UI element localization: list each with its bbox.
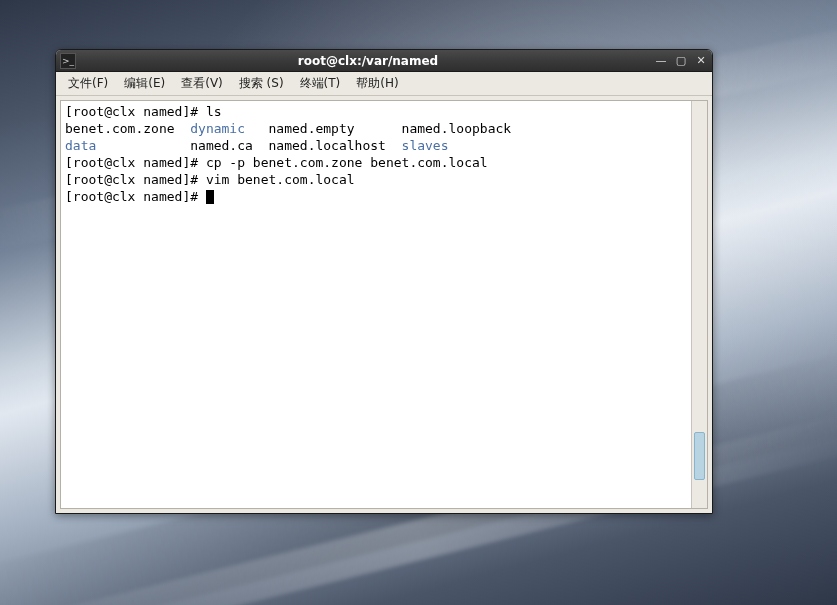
command-text: cp -p benet.com.zone benet.com.local bbox=[206, 155, 488, 170]
command-text: vim benet.com.local bbox=[206, 172, 355, 187]
ls-output: named.ca named.localhost bbox=[96, 138, 401, 153]
window-controls: — ▢ ✕ bbox=[654, 54, 708, 68]
window-title: root@clx:/var/named bbox=[82, 54, 654, 68]
minimize-button[interactable]: — bbox=[654, 54, 668, 68]
menubar: 文件(F) 编辑(E) 查看(V) 搜索 (S) 终端(T) 帮助(H) bbox=[56, 72, 712, 96]
ls-dir: slaves bbox=[402, 138, 449, 153]
terminal-window: >_ root@clx:/var/named — ▢ ✕ 文件(F) 编辑(E)… bbox=[55, 49, 713, 514]
prompt: [root@clx named]# bbox=[65, 189, 206, 204]
scrollbar[interactable] bbox=[691, 101, 707, 508]
terminal-output[interactable]: [root@clx named]# ls benet.com.zone dyna… bbox=[61, 101, 691, 508]
ls-dir: data bbox=[65, 138, 96, 153]
menu-edit[interactable]: 编辑(E) bbox=[118, 73, 171, 94]
maximize-button[interactable]: ▢ bbox=[674, 54, 688, 68]
menu-help[interactable]: 帮助(H) bbox=[350, 73, 404, 94]
terminal-container: [root@clx named]# ls benet.com.zone dyna… bbox=[60, 100, 708, 509]
menu-terminal[interactable]: 终端(T) bbox=[294, 73, 347, 94]
command-text: ls bbox=[206, 104, 222, 119]
scrollbar-thumb[interactable] bbox=[694, 432, 705, 480]
titlebar[interactable]: >_ root@clx:/var/named — ▢ ✕ bbox=[56, 50, 712, 72]
menu-file[interactable]: 文件(F) bbox=[62, 73, 114, 94]
ls-dir: dynamic bbox=[190, 121, 245, 136]
cursor bbox=[206, 190, 214, 204]
ls-output: benet.com.zone bbox=[65, 121, 190, 136]
prompt: [root@clx named]# bbox=[65, 104, 206, 119]
close-button[interactable]: ✕ bbox=[694, 54, 708, 68]
prompt: [root@clx named]# bbox=[65, 172, 206, 187]
app-icon: >_ bbox=[60, 53, 76, 69]
menu-view[interactable]: 查看(V) bbox=[175, 73, 229, 94]
ls-output: named.empty named.loopback bbox=[245, 121, 511, 136]
prompt: [root@clx named]# bbox=[65, 155, 206, 170]
menu-search[interactable]: 搜索 (S) bbox=[233, 73, 290, 94]
